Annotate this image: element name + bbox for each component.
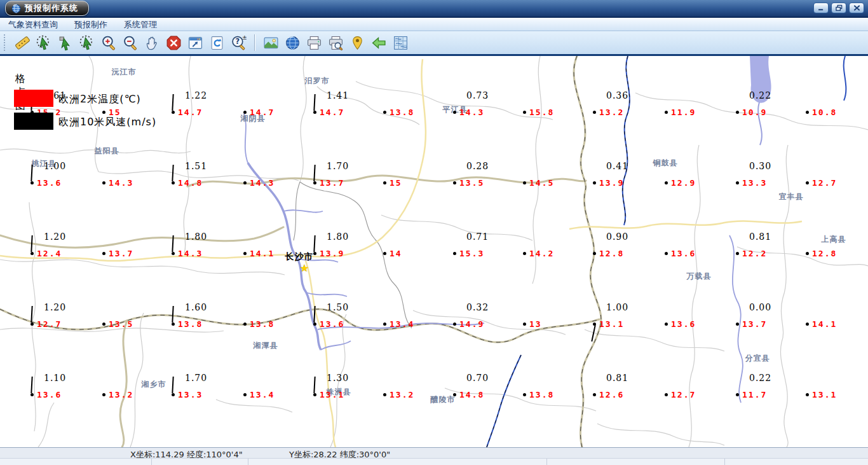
full-extent-icon — [187, 35, 203, 51]
print-preview-button[interactable] — [327, 34, 345, 52]
grid-point-dot — [523, 252, 526, 255]
temperature-value: 13.8 — [529, 390, 554, 399]
grid-point-dot — [523, 181, 526, 184]
export-image-button[interactable] — [262, 34, 280, 52]
toolbar-separator — [254, 34, 255, 51]
wind-speed-value: 1.10 — [44, 373, 66, 383]
city-label-湘乡市: 湘乡市 — [142, 379, 166, 390]
location-pin-button[interactable] — [348, 34, 367, 52]
menu-item-预报制作[interactable]: 预报制作 — [66, 18, 116, 32]
toolbar: ?± — [0, 31, 868, 56]
city-label-湘潭县: 湘潭县 — [254, 340, 278, 351]
grid-point-dot — [31, 181, 34, 184]
select-arrow-button[interactable] — [57, 34, 75, 52]
select-lasso-button[interactable] — [35, 34, 53, 52]
grid-point-dot — [806, 393, 809, 396]
measure-ruler-button[interactable] — [13, 34, 32, 52]
zoom-out-icon — [123, 35, 139, 51]
temperature-value: 13.3 — [742, 178, 767, 188]
minimize-button[interactable] — [813, 3, 829, 13]
win-close-icon — [852, 4, 862, 11]
wind-speed-value: 1.80 — [185, 232, 207, 242]
grid-point-dot — [806, 181, 809, 184]
menu-item-气象资料查询[interactable]: 气象资料查询 — [0, 18, 66, 32]
zoom-out-button[interactable] — [121, 34, 140, 52]
wind-speed-value: 0.36 — [606, 90, 628, 101]
restore-button[interactable] — [831, 3, 846, 13]
grid-point-dot — [313, 393, 316, 396]
menu-item-系统管理[interactable]: 系统管理 — [116, 18, 165, 32]
city-label-万载县: 万载县 — [687, 271, 712, 282]
grid-point-dot — [593, 252, 596, 255]
close-button[interactable] — [849, 3, 864, 13]
status-row-cells — [0, 458, 868, 465]
temperature-value: 14.3 — [459, 108, 484, 117]
select-lasso-2-button[interactable] — [78, 34, 97, 52]
temperature-value: 13.9 — [320, 249, 344, 258]
temperature-value: 13.4 — [250, 390, 275, 399]
temperature-value: 14.8 — [178, 178, 203, 188]
wind-speed-value: 1.00 — [606, 302, 628, 312]
print-icon — [306, 35, 322, 51]
grid-point-dot — [243, 181, 247, 184]
full-extent-button[interactable] — [186, 34, 205, 52]
status-row-coordinates: X坐标:114.29 经度:110°0'4" Y坐标:28.22 纬度:30°0… — [0, 448, 868, 458]
temperature-value: 12.2 — [742, 249, 767, 258]
grid-point-dot — [243, 252, 247, 255]
refresh-button[interactable] — [208, 34, 226, 52]
back-button[interactable] — [370, 34, 388, 52]
grid-point-dot — [172, 252, 175, 255]
svg-text:?: ? — [236, 37, 240, 46]
select-lasso-icon — [36, 35, 52, 51]
grid-point-dot — [665, 111, 668, 114]
wind-speed-value: 0.73 — [466, 90, 489, 101]
temperature-value: 14.7 — [250, 108, 275, 117]
wind-speed-value: 0.22 — [749, 90, 771, 101]
temperature-value: 14.1 — [812, 319, 837, 329]
temperature-value: 13.7 — [109, 249, 133, 258]
grid-point-dot — [523, 393, 526, 396]
grid-point-dot — [313, 181, 316, 184]
temperature-value: 14.3 — [250, 178, 275, 188]
print-button[interactable] — [305, 34, 323, 52]
map-grid-button[interactable] — [391, 34, 410, 52]
temperature-value: 13.1 — [812, 390, 837, 399]
globe-button[interactable] — [283, 34, 302, 52]
map-grid-icon — [393, 35, 409, 51]
temperature-value: 14.7 — [320, 108, 344, 117]
map-canvas[interactable]: 沅江市汨罗市平江县湘阴县益阳县桃江县铜鼓县宜丰县上高县万载县湘潭县分宜县湘乡市株… — [0, 56, 868, 447]
export-image-icon — [263, 35, 279, 51]
temperature-value: 14.7 — [178, 108, 203, 117]
city-label-上高县: 上高县 — [822, 234, 846, 245]
temperature-value: 12.7 — [37, 319, 62, 329]
temperature-value: 13.6 — [37, 390, 62, 399]
win-minimize-icon — [817, 4, 826, 11]
grid-point-dot — [313, 323, 316, 326]
city-label-铜鼓县: 铜鼓县 — [653, 158, 678, 169]
grid-point-dot — [453, 393, 456, 396]
temperature-value: 10.8 — [812, 108, 837, 117]
temperature-value: 12.9 — [671, 178, 696, 188]
grid-point-dot — [593, 393, 596, 396]
identify-button[interactable]: ?± — [229, 34, 248, 52]
temperature-value: 14.2 — [529, 249, 554, 258]
wind-speed-value: 0.90 — [606, 232, 628, 242]
temperature-value: 12.7 — [812, 178, 837, 188]
pan-hand-button[interactable] — [143, 34, 161, 52]
temperature-value: 13.8 — [250, 319, 275, 329]
grid-point-dot — [172, 181, 175, 184]
wind-speed-value: 0.28 — [466, 161, 489, 171]
legend-swatch-0 — [14, 90, 53, 107]
temperature-value: 14.3 — [178, 249, 203, 258]
temperature-value: 13.6 — [671, 319, 696, 329]
grid-point-dot — [243, 323, 247, 326]
wind-speed-value: 1.41 — [327, 90, 349, 101]
temperature-value: 13.6 — [671, 249, 696, 258]
cancel-button[interactable] — [165, 34, 183, 52]
wind-speed-value: 1.30 — [327, 373, 349, 383]
temperature-value: 13.8 — [178, 319, 203, 329]
wind-speed-value: 1.51 — [185, 161, 207, 171]
toolbar-grip — [4, 34, 8, 51]
city-label-宜丰县: 宜丰县 — [779, 191, 804, 202]
zoom-in-button[interactable] — [100, 34, 118, 52]
